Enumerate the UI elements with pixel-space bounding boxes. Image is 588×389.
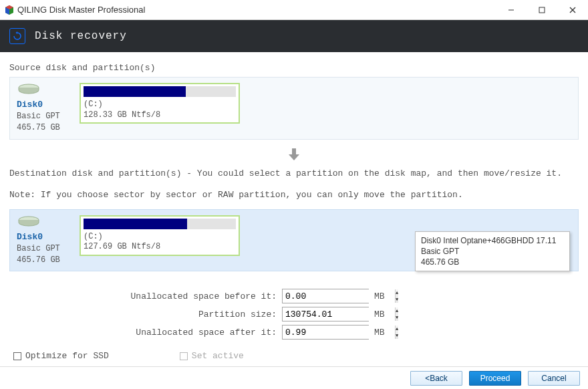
unit-label: MB <box>374 291 388 301</box>
minimize-button[interactable] <box>496 0 527 20</box>
source-disk-block: Disk0 Basic GPT 465.75 GB (C:) 128.33 GB… <box>9 77 579 140</box>
app-icon <box>4 5 15 15</box>
destination-disk-name: Disk0 <box>17 231 70 243</box>
close-button[interactable] <box>557 0 588 20</box>
back-button[interactable]: <Back <box>410 371 462 386</box>
window-title: QILING Disk Master Professional <box>15 5 496 15</box>
partition-size-spinner[interactable]: ▲▼ <box>395 307 398 321</box>
source-partition[interactable]: (C:) 128.33 GB Ntfs/8 <box>80 83 240 124</box>
destination-disk-meta: Disk0 Basic GPT 465.76 GB <box>17 215 70 266</box>
unalloc-before-label: Unallocated space before it: <box>9 291 277 301</box>
destination-usage-bar <box>84 219 236 229</box>
svg-rect-4 <box>539 7 545 13</box>
svg-rect-9 <box>292 148 296 154</box>
destination-note: Note: If you choose sector by sector or … <box>9 188 579 203</box>
unit-label: MB <box>374 309 388 319</box>
source-disk-type: Basic GPT <box>17 111 70 122</box>
unalloc-before-spinner[interactable]: ▲▼ <box>395 289 398 303</box>
tooltip-line1: Disk0 Intel Optane+466GBHDD 17.11 <box>421 235 564 246</box>
svg-marker-10 <box>289 154 299 160</box>
tooltip-line2: Basic GPT <box>421 246 564 257</box>
destination-part-letter: (C:) <box>84 232 236 243</box>
source-disk-size: 465.75 GB <box>17 122 70 134</box>
drive-icon <box>17 83 41 95</box>
set-active-checkbox: Set active <box>180 351 244 361</box>
svg-marker-7 <box>16 31 18 34</box>
destination-part-desc: 127.69 GB Ntfs/8 <box>84 242 236 253</box>
page-title: Disk recovery <box>35 30 127 42</box>
options-row: Optimize for SSD Set active <box>9 343 579 361</box>
source-section-label: Source disk and partition(s) <box>9 63 579 73</box>
titlebar: QILING Disk Master Professional <box>0 0 588 20</box>
destination-section-label: Destination disk and partition(s) - You … <box>9 166 579 181</box>
source-part-letter: (C:) <box>84 100 236 110</box>
drive-icon <box>17 215 41 227</box>
source-usage-fill <box>84 86 186 97</box>
maximize-button[interactable] <box>527 0 557 20</box>
source-disk-meta: Disk0 Basic GPT 465.75 GB <box>17 83 70 134</box>
content-area: Source disk and partition(s) Disk0 Basic… <box>0 52 588 361</box>
destination-partition[interactable]: (C:) 127.69 GB Ntfs/8 <box>80 215 240 256</box>
destination-disk-type: Basic GPT <box>17 243 70 255</box>
unalloc-after-spinner[interactable]: ▲▼ <box>395 326 398 339</box>
set-active-label: Set active <box>192 351 244 361</box>
partition-size-label: Partition size: <box>9 309 277 319</box>
header-ribbon: Disk recovery <box>0 20 588 52</box>
optimize-ssd-checkbox[interactable]: Optimize for SSD <box>13 351 109 361</box>
destination-disk-size: 465.76 GB <box>17 255 70 266</box>
unit-label: MB <box>374 328 388 338</box>
destination-disk-block[interactable]: Disk0 Basic GPT 465.76 GB (C:) 127.69 GB… <box>9 209 579 272</box>
source-usage-bar <box>84 86 236 97</box>
cancel-button[interactable]: Cancel <box>528 371 580 386</box>
recovery-icon <box>9 28 25 44</box>
tooltip-line3: 465.76 GB <box>421 257 564 267</box>
source-part-desc: 128.33 GB Ntfs/8 <box>84 110 236 121</box>
arrow-down-icon <box>9 146 579 165</box>
size-form: Unallocated space before it: ▲▼ MB Parti… <box>9 278 579 340</box>
button-bar: <Back Proceed Cancel <box>0 366 588 389</box>
source-disk-name: Disk0 <box>17 99 70 111</box>
disk-tooltip: Disk0 Intel Optane+466GBHDD 17.11 Basic … <box>415 231 570 272</box>
destination-usage-fill <box>84 219 187 229</box>
optimize-ssd-label: Optimize for SSD <box>25 351 109 361</box>
unalloc-after-label: Unallocated space after it: <box>9 328 277 338</box>
proceed-button[interactable]: Proceed <box>469 371 521 386</box>
